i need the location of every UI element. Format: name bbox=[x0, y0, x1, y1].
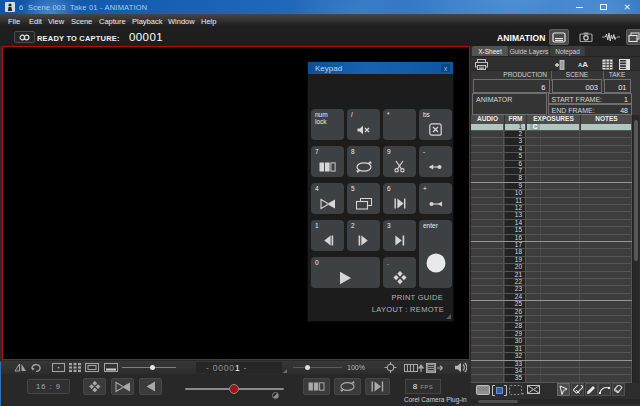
end-frame-field[interactable]: END FRAME:48 bbox=[548, 104, 633, 115]
step-forward-button[interactable] bbox=[365, 378, 390, 395]
xsheet-row-21[interactable]: 21 bbox=[471, 272, 632, 279]
scrollbar-thumb[interactable] bbox=[634, 120, 638, 261]
opacity-slider[interactable] bbox=[122, 367, 176, 368]
xsheet-row-27[interactable]: 27 bbox=[471, 316, 632, 323]
xsheet-row-7[interactable]: 7 bbox=[471, 168, 632, 175]
layout-remote-label[interactable]: LAYOUT : REMOTE bbox=[372, 305, 444, 314]
keypad-key-flipview[interactable]: 4 bbox=[311, 183, 344, 214]
zoom-slider-knob[interactable] bbox=[305, 365, 310, 370]
tab-guide-layers[interactable]: Guide Layers bbox=[509, 46, 549, 56]
keypad-close-button[interactable]: x bbox=[441, 64, 450, 72]
xsheet-row-12[interactable]: 12 bbox=[471, 205, 632, 212]
start-frame-field[interactable]: START FRAME:1 bbox=[548, 93, 633, 105]
add-frame-button[interactable] bbox=[551, 58, 565, 71]
xsheet-row-22[interactable]: 22 bbox=[471, 279, 632, 286]
page-export-button[interactable] bbox=[426, 361, 445, 374]
keypad-resize-grip[interactable] bbox=[446, 314, 451, 319]
xsheet-rows[interactable]: 1C23456789101112131415161718192021222324… bbox=[471, 124, 632, 383]
field-guide-button[interactable] bbox=[52, 361, 65, 374]
keypad-key-scissors[interactable]: 9 bbox=[383, 146, 416, 177]
filmstrip-button[interactable] bbox=[303, 378, 330, 395]
opacity-slider-knob[interactable] bbox=[150, 365, 155, 370]
xsheet-row-10[interactable]: 10 bbox=[471, 190, 632, 197]
keypad-titlebar[interactable]: Keypad x bbox=[308, 62, 453, 74]
scrollbar-thumb[interactable] bbox=[478, 400, 518, 403]
keypad-key-play[interactable]: 0 bbox=[311, 257, 380, 288]
keypad-key-filmstrip[interactable]: 7 bbox=[311, 146, 344, 177]
xsheet-row-11[interactable]: 11 bbox=[471, 198, 632, 205]
xsheet-row-20[interactable]: 20 bbox=[471, 264, 632, 271]
keypad-key-step[interactable]: 6 bbox=[383, 183, 416, 214]
eraser-tool-button[interactable] bbox=[571, 383, 584, 396]
keypad-key-*[interactable]: * bbox=[383, 109, 416, 140]
diamond-eraser-tool-button[interactable] bbox=[612, 383, 625, 396]
image-icon[interactable] bbox=[476, 385, 490, 395]
keypad-key-step-fwd[interactable]: 2 bbox=[347, 220, 380, 251]
xsheet-row-31[interactable]: 31 bbox=[471, 346, 632, 353]
xsheet-row-30[interactable]: 30 bbox=[471, 338, 632, 345]
crosshair-button[interactable] bbox=[384, 361, 397, 374]
keypad-key-num-lock[interactable]: num lock bbox=[311, 109, 344, 140]
xsheet-row-15[interactable]: 15 bbox=[471, 227, 632, 234]
selection-icon[interactable] bbox=[492, 385, 507, 396]
xsheet-row-1[interactable]: 1C bbox=[471, 124, 632, 131]
loop-mode-dot[interactable] bbox=[272, 392, 279, 399]
keypad-key-jump-right[interactable]: + bbox=[419, 183, 452, 214]
timeline-slider[interactable] bbox=[185, 388, 284, 390]
xsheet-row-4[interactable]: 4 bbox=[471, 146, 632, 153]
counter-grip[interactable] bbox=[283, 369, 287, 373]
xsheet-row-9[interactable]: 9 bbox=[471, 183, 632, 190]
pointer-tool-button[interactable] bbox=[557, 383, 570, 396]
table-alt-icon[interactable] bbox=[619, 58, 630, 71]
xsheet-row-23[interactable]: 23 bbox=[471, 286, 632, 293]
audio-waveform-button[interactable] bbox=[601, 29, 621, 45]
xsheet-row-25[interactable]: 25 bbox=[471, 301, 632, 308]
filmstrip-up-button[interactable] bbox=[404, 361, 424, 374]
production-value-field[interactable]: 6 bbox=[473, 79, 550, 93]
zoom-slider[interactable] bbox=[293, 367, 342, 368]
curve-tool-button[interactable] bbox=[598, 383, 611, 396]
play-reverse-button[interactable] bbox=[139, 378, 162, 395]
animator-field[interactable]: ANIMATOR bbox=[472, 93, 547, 116]
menu-capture[interactable]: Capture bbox=[99, 17, 126, 26]
xsheet-row-3[interactable]: 3 bbox=[471, 138, 632, 145]
xsheet-row-18[interactable]: 18 bbox=[471, 249, 632, 256]
xsheet-row-34[interactable]: 34 bbox=[471, 368, 632, 375]
speaker-icon[interactable] bbox=[454, 361, 467, 374]
xsheet-row-6[interactable]: 6 bbox=[471, 161, 632, 168]
flip-horizontal-button[interactable] bbox=[14, 361, 27, 374]
xsheet-row-5[interactable]: 5 bbox=[471, 153, 632, 160]
grid-overlay-button[interactable] bbox=[69, 361, 81, 374]
take-value-field[interactable]: 01 bbox=[604, 79, 631, 93]
xsheet-row-24[interactable]: 24 bbox=[471, 294, 632, 301]
keypad-key-jump-left[interactable]: - bbox=[419, 146, 452, 177]
dashed-box-icon[interactable] bbox=[509, 385, 524, 395]
pen-tool-button[interactable] bbox=[585, 383, 598, 396]
safe-area-button[interactable] bbox=[85, 361, 99, 374]
xsheet-row-19[interactable]: 19 bbox=[471, 257, 632, 264]
xsheet-row-16[interactable]: 16 bbox=[471, 235, 632, 242]
envelope-icon[interactable] bbox=[527, 385, 540, 394]
loop-playback-button[interactable] bbox=[334, 378, 361, 395]
keypad-key-record[interactable]: enter bbox=[419, 220, 452, 288]
menu-edit[interactable]: Edit bbox=[29, 17, 42, 26]
table-icon[interactable] bbox=[602, 58, 613, 71]
menu-help[interactable]: Help bbox=[201, 17, 216, 26]
tab-xsheet[interactable]: X-Sheet bbox=[472, 46, 508, 56]
xsheet-vertical-scrollbar[interactable] bbox=[632, 115, 639, 383]
xsheet-row-13[interactable]: 13 bbox=[471, 212, 632, 219]
print-guide-label[interactable]: PRINT GUIDE bbox=[391, 293, 443, 302]
xsheet-row-17[interactable]: 17 bbox=[471, 242, 632, 249]
camera-view-button[interactable] bbox=[576, 29, 596, 45]
keypad-key-box-x[interactable]: bs bbox=[419, 109, 452, 140]
scene-value-field[interactable]: 003 bbox=[552, 79, 603, 93]
menu-playback[interactable]: Playback bbox=[132, 17, 162, 26]
keypad-key-frames[interactable]: 5 bbox=[347, 183, 380, 214]
xsheet-row-2[interactable]: 2 bbox=[471, 131, 632, 138]
xsheet-row-29[interactable]: 29 bbox=[471, 331, 632, 338]
keypad-key-step-back[interactable]: 1 bbox=[311, 220, 344, 251]
menu-file[interactable]: File bbox=[8, 17, 20, 26]
aspect-ratio-button[interactable]: 16 : 9 bbox=[27, 379, 70, 394]
xsheet-row-28[interactable]: 28 bbox=[471, 323, 632, 330]
tab-notepad[interactable]: Notepad bbox=[550, 46, 585, 56]
